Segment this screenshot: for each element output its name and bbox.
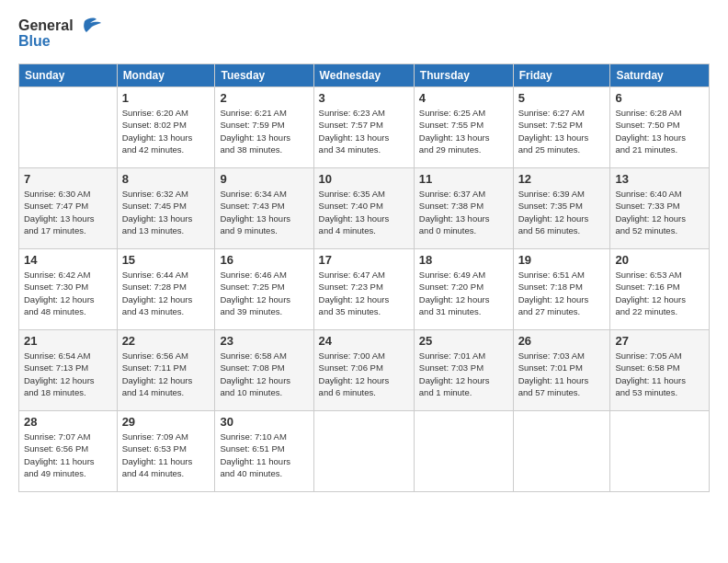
logo: General Blue [18, 14, 110, 54]
weekday-header-tuesday: Tuesday [215, 64, 313, 87]
svg-text:Blue: Blue [18, 33, 51, 49]
calendar-cell: 1Sunrise: 6:20 AMSunset: 8:02 PMDaylight… [117, 87, 215, 168]
day-info: Sunrise: 7:00 AMSunset: 7:06 PMDaylight:… [319, 350, 409, 398]
calendar-cell [313, 411, 414, 492]
day-number: 30 [220, 415, 308, 429]
day-info: Sunrise: 7:10 AMSunset: 6:51 PMDaylight:… [220, 431, 308, 479]
day-info: Sunrise: 7:05 AMSunset: 6:58 PMDaylight:… [615, 350, 704, 398]
day-number: 23 [220, 334, 308, 348]
calendar-cell: 23Sunrise: 6:58 AMSunset: 7:08 PMDayligh… [215, 330, 313, 411]
day-info: Sunrise: 6:46 AMSunset: 7:25 PMDaylight:… [220, 269, 308, 317]
day-info: Sunrise: 7:09 AMSunset: 6:53 PMDaylight:… [122, 431, 210, 479]
day-number: 18 [419, 253, 508, 267]
calendar-cell: 18Sunrise: 6:49 AMSunset: 7:20 PMDayligh… [414, 249, 513, 330]
day-number: 24 [319, 334, 409, 348]
weekday-row: SundayMondayTuesdayWednesdayThursdayFrid… [19, 64, 710, 87]
day-info: Sunrise: 7:07 AMSunset: 6:56 PMDaylight:… [24, 431, 112, 479]
day-number: 2 [220, 91, 308, 105]
calendar-body: 1Sunrise: 6:20 AMSunset: 8:02 PMDaylight… [19, 87, 710, 492]
day-info: Sunrise: 6:37 AMSunset: 7:38 PMDaylight:… [419, 188, 508, 236]
calendar-cell: 6Sunrise: 6:28 AMSunset: 7:50 PMDaylight… [610, 87, 710, 168]
day-number: 4 [419, 91, 508, 105]
day-number: 25 [419, 334, 508, 348]
day-info: Sunrise: 6:58 AMSunset: 7:08 PMDaylight:… [220, 350, 308, 398]
day-info: Sunrise: 6:35 AMSunset: 7:40 PMDaylight:… [319, 188, 409, 236]
calendar-cell: 22Sunrise: 6:56 AMSunset: 7:11 PMDayligh… [117, 330, 215, 411]
calendar-cell: 4Sunrise: 6:25 AMSunset: 7:55 PMDaylight… [414, 87, 513, 168]
calendar-cell: 28Sunrise: 7:07 AMSunset: 6:56 PMDayligh… [19, 411, 118, 492]
day-info: Sunrise: 6:21 AMSunset: 7:59 PMDaylight:… [220, 107, 308, 155]
day-info: Sunrise: 6:51 AMSunset: 7:18 PMDaylight:… [518, 269, 606, 317]
weekday-header-sunday: Sunday [19, 64, 118, 87]
weekday-header-monday: Monday [117, 64, 215, 87]
calendar-cell: 29Sunrise: 7:09 AMSunset: 6:53 PMDayligh… [117, 411, 215, 492]
day-info: Sunrise: 7:01 AMSunset: 7:03 PMDaylight:… [419, 350, 508, 398]
calendar-cell: 7Sunrise: 6:30 AMSunset: 7:47 PMDaylight… [19, 168, 118, 249]
day-number: 22 [122, 334, 210, 348]
calendar-cell: 24Sunrise: 7:00 AMSunset: 7:06 PMDayligh… [313, 330, 414, 411]
day-number: 29 [122, 415, 210, 429]
calendar-cell: 30Sunrise: 7:10 AMSunset: 6:51 PMDayligh… [215, 411, 313, 492]
calendar-cell: 25Sunrise: 7:01 AMSunset: 7:03 PMDayligh… [414, 330, 513, 411]
calendar-cell: 2Sunrise: 6:21 AMSunset: 7:59 PMDaylight… [215, 87, 313, 168]
week-row-4: 21Sunrise: 6:54 AMSunset: 7:13 PMDayligh… [19, 330, 710, 411]
calendar-cell [610, 411, 710, 492]
day-number: 20 [615, 253, 704, 267]
weekday-header-thursday: Thursday [414, 64, 513, 87]
calendar-cell: 9Sunrise: 6:34 AMSunset: 7:43 PMDaylight… [215, 168, 313, 249]
calendar-cell: 3Sunrise: 6:23 AMSunset: 7:57 PMDaylight… [313, 87, 414, 168]
week-row-3: 14Sunrise: 6:42 AMSunset: 7:30 PMDayligh… [19, 249, 710, 330]
svg-text:General: General [18, 17, 74, 33]
calendar-cell: 15Sunrise: 6:44 AMSunset: 7:28 PMDayligh… [117, 249, 215, 330]
calendar-cell: 27Sunrise: 7:05 AMSunset: 6:58 PMDayligh… [610, 330, 710, 411]
day-number: 8 [122, 172, 210, 186]
day-info: Sunrise: 6:40 AMSunset: 7:33 PMDaylight:… [615, 188, 704, 236]
day-info: Sunrise: 7:03 AMSunset: 7:01 PMDaylight:… [518, 350, 606, 398]
day-info: Sunrise: 6:32 AMSunset: 7:45 PMDaylight:… [122, 188, 210, 236]
day-number: 15 [122, 253, 210, 267]
calendar-cell: 16Sunrise: 6:46 AMSunset: 7:25 PMDayligh… [215, 249, 313, 330]
calendar-cell: 5Sunrise: 6:27 AMSunset: 7:52 PMDaylight… [513, 87, 610, 168]
day-number: 3 [319, 91, 409, 105]
day-info: Sunrise: 6:56 AMSunset: 7:11 PMDaylight:… [122, 350, 210, 398]
day-number: 5 [518, 91, 606, 105]
day-info: Sunrise: 6:42 AMSunset: 7:30 PMDaylight:… [24, 269, 112, 317]
day-number: 13 [615, 172, 704, 186]
day-info: Sunrise: 6:53 AMSunset: 7:16 PMDaylight:… [615, 269, 704, 317]
week-row-5: 28Sunrise: 7:07 AMSunset: 6:56 PMDayligh… [19, 411, 710, 492]
day-info: Sunrise: 6:34 AMSunset: 7:43 PMDaylight:… [220, 188, 308, 236]
calendar-cell [513, 411, 610, 492]
calendar-cell: 13Sunrise: 6:40 AMSunset: 7:33 PMDayligh… [610, 168, 710, 249]
header: General Blue [18, 14, 710, 54]
week-row-2: 7Sunrise: 6:30 AMSunset: 7:47 PMDaylight… [19, 168, 710, 249]
day-info: Sunrise: 6:23 AMSunset: 7:57 PMDaylight:… [319, 107, 409, 155]
day-info: Sunrise: 6:20 AMSunset: 8:02 PMDaylight:… [122, 107, 210, 155]
day-info: Sunrise: 6:28 AMSunset: 7:50 PMDaylight:… [615, 107, 704, 155]
day-info: Sunrise: 6:30 AMSunset: 7:47 PMDaylight:… [24, 188, 112, 236]
calendar-cell: 11Sunrise: 6:37 AMSunset: 7:38 PMDayligh… [414, 168, 513, 249]
day-number: 12 [518, 172, 606, 186]
calendar-cell: 10Sunrise: 6:35 AMSunset: 7:40 PMDayligh… [313, 168, 414, 249]
day-number: 17 [319, 253, 409, 267]
calendar-cell: 26Sunrise: 7:03 AMSunset: 7:01 PMDayligh… [513, 330, 610, 411]
calendar-cell: 17Sunrise: 6:47 AMSunset: 7:23 PMDayligh… [313, 249, 414, 330]
calendar-cell [19, 87, 118, 168]
day-number: 16 [220, 253, 308, 267]
week-row-1: 1Sunrise: 6:20 AMSunset: 8:02 PMDaylight… [19, 87, 710, 168]
calendar-cell: 12Sunrise: 6:39 AMSunset: 7:35 PMDayligh… [513, 168, 610, 249]
day-number: 26 [518, 334, 606, 348]
day-number: 6 [615, 91, 704, 105]
calendar-cell: 21Sunrise: 6:54 AMSunset: 7:13 PMDayligh… [19, 330, 118, 411]
day-info: Sunrise: 6:25 AMSunset: 7:55 PMDaylight:… [419, 107, 508, 155]
day-number: 28 [24, 415, 112, 429]
day-number: 10 [319, 172, 409, 186]
calendar: SundayMondayTuesdayWednesdayThursdayFrid… [18, 63, 710, 492]
calendar-cell: 8Sunrise: 6:32 AMSunset: 7:45 PMDaylight… [117, 168, 215, 249]
weekday-header-friday: Friday [513, 64, 610, 87]
weekday-header-wednesday: Wednesday [313, 64, 414, 87]
day-info: Sunrise: 6:47 AMSunset: 7:23 PMDaylight:… [319, 269, 409, 317]
day-number: 14 [24, 253, 112, 267]
calendar-cell [414, 411, 513, 492]
calendar-cell: 20Sunrise: 6:53 AMSunset: 7:16 PMDayligh… [610, 249, 710, 330]
weekday-header-saturday: Saturday [610, 64, 710, 87]
